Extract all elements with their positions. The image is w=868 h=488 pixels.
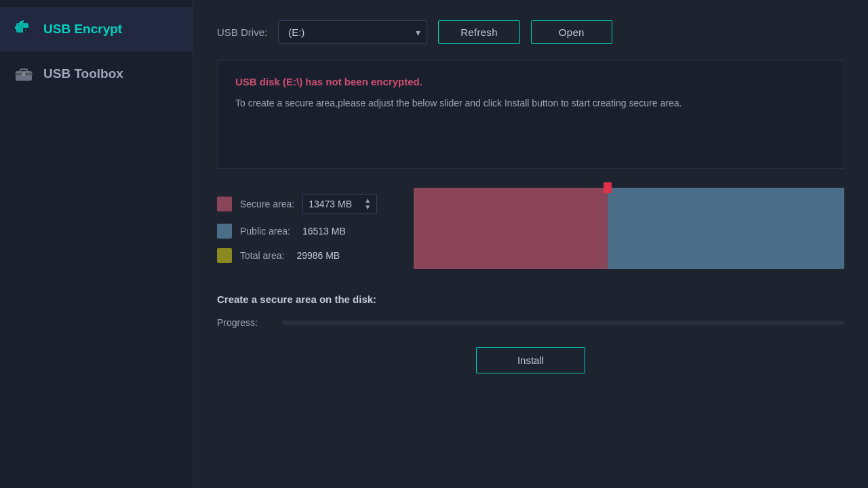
- spinbox-down[interactable]: ▼: [364, 204, 371, 211]
- refresh-button[interactable]: Refresh: [438, 20, 520, 44]
- svg-rect-3: [22, 20, 24, 22]
- progress-row: Progress:: [217, 317, 844, 328]
- secure-area-label: Secure area:: [240, 199, 294, 209]
- secure-area-spinbox[interactable]: 13473 MB ▲ ▼: [302, 194, 377, 214]
- secure-area-value: 13473 MB: [309, 199, 352, 209]
- svg-rect-9: [22, 73, 25, 76]
- usb-drive-select-wrapper: (E:): [278, 20, 427, 44]
- disk-bar-handle[interactable]: [604, 182, 612, 193]
- public-area-label: Public area:: [240, 226, 290, 237]
- bar-secure: [414, 188, 608, 269]
- public-area-color: [217, 224, 232, 239]
- total-area-value: 29986 MB: [296, 250, 340, 261]
- usb-drive-select[interactable]: (E:): [278, 20, 427, 44]
- open-button[interactable]: Open: [531, 20, 612, 44]
- info-description-text: To create a secure area,please adjust th…: [235, 96, 744, 110]
- total-area-color: [217, 248, 232, 263]
- public-area-row: Public area: 16513 MB: [217, 224, 380, 239]
- svg-point-5: [25, 30, 26, 31]
- spinbox-arrows[interactable]: ▲ ▼: [364, 197, 371, 211]
- info-status-text: USB disk (E:\) has not been encrypted.: [235, 76, 826, 87]
- progress-label: Progress:: [217, 317, 271, 328]
- sidebar-item-usb-toolbox[interactable]: USB Toolbox: [0, 52, 193, 96]
- sidebar-item-usb-toolbox-label: USB Toolbox: [43, 66, 123, 81]
- usb-toolbox-icon: [14, 62, 34, 85]
- disk-section: Secure area: 13473 MB ▲ ▼ Public area: 1…: [217, 188, 844, 269]
- disk-legend: Secure area: 13473 MB ▲ ▼ Public area: 1…: [217, 194, 380, 263]
- public-area-value: 16513 MB: [302, 226, 346, 237]
- svg-rect-7: [20, 69, 27, 73]
- secure-area-row: Secure area: 13473 MB ▲ ▼: [217, 194, 380, 214]
- header-row: USB Drive: (E:) Refresh Open: [217, 20, 844, 44]
- info-box: USB disk (E:\) has not been encrypted. T…: [217, 60, 844, 169]
- install-button[interactable]: Install: [476, 347, 585, 373]
- svg-rect-1: [15, 26, 18, 29]
- main-content: USB Drive: (E:) Refresh Open USB disk (E…: [193, 0, 868, 488]
- usb-drive-label: USB Drive:: [217, 26, 267, 38]
- install-row: Install: [217, 347, 844, 373]
- disk-bar: [414, 188, 844, 269]
- sidebar-item-usb-encrypt[interactable]: USB Encrypt: [0, 7, 193, 52]
- total-area-row: Total area: 29986 MB: [217, 248, 380, 263]
- usb-encrypt-icon: [14, 18, 34, 41]
- progress-bar-track: [282, 321, 844, 325]
- total-area-label: Total area:: [240, 250, 284, 261]
- create-section: Create a secure area on the disk: Progre…: [217, 293, 844, 373]
- create-title: Create a secure area on the disk:: [217, 293, 844, 305]
- bar-public: [608, 188, 844, 269]
- sidebar: USB Encrypt USB Toolbox: [0, 0, 193, 488]
- svg-rect-2: [20, 21, 22, 24]
- sidebar-item-usb-encrypt-label: USB Encrypt: [43, 22, 122, 37]
- secure-area-color: [217, 197, 232, 211]
